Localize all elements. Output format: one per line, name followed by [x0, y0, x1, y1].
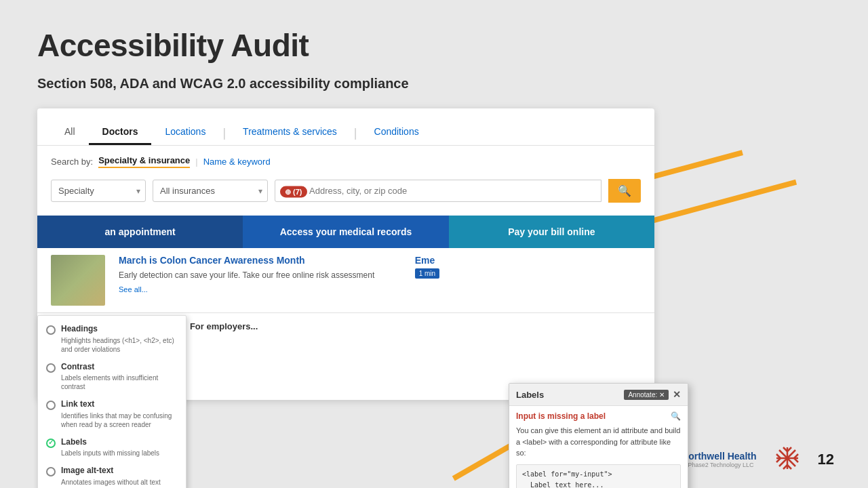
news-text: Early detection can save your life. Take…	[119, 270, 401, 281]
headings-desc: Highlights headings (<h1>, <h2>, etc) an…	[61, 336, 178, 354]
search-inputs-row: Specialty All insurances ⊕ (7) 🔍	[37, 174, 654, 212]
popup-close-button[interactable]: ✕	[673, 389, 681, 400]
emergency-badge: 1 min	[415, 268, 439, 279]
snowflake-svg	[774, 445, 801, 472]
popup-header: Labels Annotate: ✕ ✕	[509, 384, 688, 406]
tab-conditions[interactable]: Conditions	[361, 121, 433, 145]
page-number: 12	[818, 451, 834, 468]
specialty-select[interactable]: Specialty	[51, 180, 146, 202]
panel-item-link-text: Link text Identifies links that may be c…	[46, 399, 178, 429]
separator-2: |	[351, 126, 361, 140]
contrast-label: Contrast	[61, 362, 178, 373]
insurance-select-wrapper: All insurances	[153, 180, 268, 202]
popup-section-title: Input is missing a label	[516, 411, 606, 421]
popup-description: You can give this element an id attribut…	[516, 425, 681, 459]
labels-popup: Labels Annotate: ✕ ✕ Input is missing a …	[509, 383, 688, 488]
link-text-label: Link text	[61, 399, 178, 410]
search-button[interactable]: 🔍	[608, 179, 641, 203]
link-text-radio[interactable]	[46, 401, 56, 410]
location-badge-text: ⊕ (7)	[280, 186, 307, 197]
specialty-select-wrapper: Specialty	[51, 180, 146, 202]
tab-all[interactable]: All	[51, 121, 89, 145]
panel-item-labels: Labels Labels inputs with missing labels	[46, 437, 178, 458]
emergency-title: Eme	[415, 255, 641, 266]
emergency-partial: Eme 1 min	[415, 255, 641, 306]
image-alt-label: Image alt-text	[61, 466, 161, 476]
panel-item-image-alt: Image alt-text Annotates images without …	[46, 466, 178, 487]
page-subtitle: Section 508, ADA and WCAG 2.0 accessibil…	[37, 76, 831, 92]
news-content: March is Colon Cancer Awareness Month Ea…	[119, 255, 401, 306]
separator-1: |	[219, 126, 229, 140]
image-alt-radio[interactable]	[46, 467, 56, 476]
tab-treatments[interactable]: Treatments & services	[229, 121, 351, 145]
popup-header-actions: Annotate: ✕ ✕	[624, 389, 681, 400]
content-row: March is Colon Cancer Awareness Month Ea…	[37, 248, 654, 312]
northwell-name: Northwell Health	[682, 451, 756, 462]
phase2-text: © Phase2 Technology LLC	[682, 462, 756, 468]
tab-doctors[interactable]: Doctors	[89, 121, 152, 145]
annotate-button[interactable]: Annotate: ✕	[624, 390, 669, 400]
appointment-button[interactable]: an appointment	[37, 216, 243, 248]
headings-radio[interactable]	[46, 325, 56, 335]
medical-records-button[interactable]: Access your medical records	[243, 216, 448, 248]
tab-locations[interactable]: Locations	[151, 121, 219, 145]
popup-title: Labels	[516, 390, 544, 400]
accessibility-panel: Headings Highlights headings (<h1>, <h2>…	[37, 315, 186, 488]
labels-radio[interactable]	[46, 439, 56, 448]
browser-mockup: All Doctors Locations | Treatments & ser…	[37, 108, 654, 400]
location-input-wrapper: ⊕ (7)	[275, 180, 601, 202]
headings-label: Headings	[61, 324, 178, 335]
location-badge: ⊕ (7)	[280, 184, 307, 197]
filter-name[interactable]: Name & keyword	[203, 157, 271, 167]
snowflake-wrapper	[774, 445, 801, 474]
footer-link-employers[interactable]: For employers...	[190, 321, 258, 331]
northwell-logo: Northwell Health © Phase2 Technology LLC	[682, 451, 756, 468]
contrast-desc: Labels elements with insufficient contra…	[61, 373, 178, 391]
insurance-select[interactable]: All insurances	[153, 180, 268, 202]
popup-section: Input is missing a label 🔍 You can give …	[509, 406, 688, 488]
link-text-desc: Identifies links that may be confusing w…	[61, 411, 178, 429]
popup-search-icon: 🔍	[671, 411, 681, 421]
panel-item-contrast: Contrast Labels elements with insufficie…	[46, 362, 178, 392]
news-image	[51, 255, 105, 306]
location-input[interactable]	[275, 180, 601, 202]
nav-tabs: All Doctors Locations | Treatments & ser…	[37, 108, 654, 146]
filter-specialty[interactable]: Specialty & insurance	[98, 155, 190, 168]
code-example: <label for="my-input"> Label text here..…	[516, 464, 681, 489]
labels-desc: Labels inputs with missing labels	[61, 449, 159, 458]
labels-label: Labels	[61, 437, 159, 448]
panel-item-headings: Headings Highlights headings (<h1>, <h2>…	[46, 324, 178, 354]
pay-bill-button[interactable]: Pay your bill online	[449, 216, 654, 248]
news-title[interactable]: March is Colon Cancer Awareness Month	[119, 255, 401, 266]
pipe-separator: |	[195, 157, 197, 167]
page-title: Accessibility Audit	[37, 27, 831, 64]
action-buttons-row: an appointment Access your medical recor…	[37, 216, 654, 248]
contrast-radio[interactable]	[46, 363, 56, 373]
popup-section-header: Input is missing a label 🔍	[516, 411, 681, 421]
see-all-link[interactable]: See all...	[119, 285, 401, 293]
search-by-row: Search by: Specialty & insurance | Name …	[37, 146, 654, 174]
search-by-label: Search by:	[51, 157, 93, 167]
image-alt-desc: Annotates images without alt text	[61, 478, 161, 487]
